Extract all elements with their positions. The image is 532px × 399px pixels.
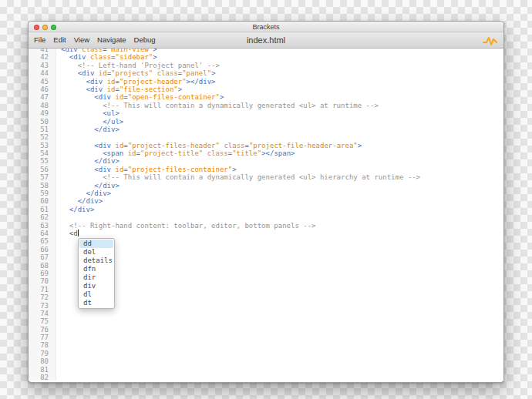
code-token: id [115,93,123,101]
code-line[interactable] [61,270,503,277]
code-line[interactable] [61,277,503,285]
code-token [61,230,69,237]
code-line[interactable] [61,357,503,365]
close-button[interactable] [34,25,39,30]
code-line[interactable]: </div> [61,197,503,205]
code-token [61,53,69,61]
code-token: <div [94,93,111,101]
code-line[interactable]: </div> [61,157,503,165]
code-token: class [90,53,111,61]
code-lines[interactable]: <div class="main-view"> <div class="side… [56,49,503,381]
menu-edit[interactable]: Edit [49,32,69,48]
code-line[interactable]: <ul> [61,109,503,117]
code-line[interactable]: <div id="file-section"> [61,86,503,93]
code-token [61,189,86,197]
code-token: "main-view" [107,49,153,53]
menu-file[interactable]: File [30,32,49,48]
line-number: 52 [29,133,49,141]
code-hint-item[interactable]: dd [79,240,113,248]
line-number: 66 [29,246,49,253]
code-token: <ul> [103,109,120,117]
code-line[interactable]: <d [61,230,503,237]
code-hint-list: dddeldetailsdfndirdivdldt [78,238,115,309]
code-token: <div [94,142,111,149]
code-token [61,149,103,157]
code-line[interactable] [61,293,503,301]
code-line[interactable]: <!-- Right-hand content: toolbar, editor… [61,222,503,230]
code-line[interactable]: <span id="project-title" class="title"><… [61,149,503,157]
code-line[interactable]: <!-- This will contain a dynamically gen… [61,102,503,109]
code-line[interactable]: <div id="open-files-container"> [61,93,503,101]
code-token: "project-files-container" [128,166,232,173]
code-line[interactable] [61,246,503,253]
line-number: 75 [29,317,49,325]
line-number: 57 [29,173,49,181]
line-number: 63 [29,222,49,230]
code-hint-item[interactable]: div [79,282,113,290]
line-numbers: 4142434445464748495051525354555657585960… [29,49,56,381]
code-hint-item[interactable]: dir [79,273,113,282]
code-line[interactable]: <div id="projects" class="panel"> [61,69,503,77]
code-line[interactable]: </ul> [61,118,503,126]
line-number: 76 [29,326,49,334]
code-token: </div> [94,157,120,165]
code-token [61,93,94,101]
menu-navigate[interactable]: Navigate [93,32,130,48]
code-line[interactable] [61,350,503,357]
code-line[interactable] [61,302,503,310]
code-token: > [358,142,362,149]
code-line[interactable]: <!-- This will contain a dynamically gen… [61,173,503,181]
code-line[interactable] [61,374,503,381]
zoom-button[interactable] [51,25,56,30]
code-token [61,173,103,181]
traffic-lights [34,25,56,30]
code-line[interactable] [61,366,503,374]
code-line[interactable] [61,253,503,261]
code-line[interactable] [61,317,503,325]
code-line[interactable] [61,341,503,349]
line-number: 60 [29,197,49,205]
code-token [61,206,69,213]
code-line[interactable]: </div> [61,126,503,133]
code-line[interactable] [61,310,503,317]
menu-debug[interactable]: Debug [130,32,160,48]
code-token: <d [69,230,78,237]
code-token: </div> [69,206,95,213]
code-line[interactable] [61,286,503,293]
code-token: <div [69,53,86,61]
line-number: 54 [29,149,49,157]
code-line[interactable]: <div class="sidebar"> [61,53,503,61]
code-line[interactable]: </div> [61,189,503,197]
code-token: class [224,142,244,149]
line-number: 49 [29,109,49,117]
menu-view[interactable]: View [70,32,93,48]
code-line[interactable] [61,334,503,341]
code-line[interactable] [61,262,503,270]
code-line[interactable] [61,326,503,334]
live-preview-button[interactable] [483,35,497,45]
code-line[interactable]: </div> [61,206,503,213]
code-line[interactable] [61,237,503,245]
code-line[interactable]: <div id="project-header"></div> [61,78,503,86]
title-bar[interactable]: Brackets [29,22,503,32]
code-hint-item[interactable]: dt [79,299,113,307]
code-hint-item[interactable]: dl [79,290,113,299]
code-token: <!-- Left-hand 'Project panel' --> [78,62,220,69]
code-line[interactable]: </div> [61,182,503,189]
code-hint-item[interactable]: dfn [79,265,113,273]
code-line[interactable]: <div id="project-files-header" class="pr… [61,142,503,149]
line-number: 69 [29,270,49,277]
line-number: 74 [29,310,49,317]
code-line[interactable] [61,133,503,141]
code-token: </div> [86,189,112,197]
code-hint-item[interactable]: details [79,256,113,265]
code-token: id [115,166,123,173]
code-line[interactable] [61,213,503,221]
code-hint-item[interactable]: del [79,248,113,256]
line-number: 51 [29,126,49,133]
code-line[interactable]: <!-- Left-hand 'Project panel' --> [61,62,503,69]
code-token: </div> [94,126,120,133]
code-token: "file-section" [120,86,178,93]
code-line[interactable]: <div id="project-files-container"> [61,166,503,173]
minimize-button[interactable] [42,25,48,30]
